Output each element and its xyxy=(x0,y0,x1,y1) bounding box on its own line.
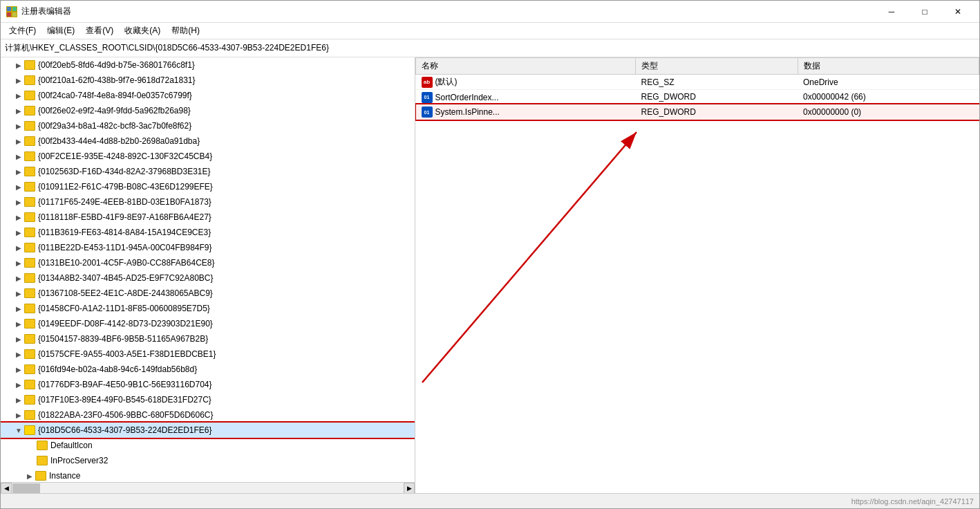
folder-icon xyxy=(24,75,35,85)
tree-child-item[interactable]: ▶ Instance xyxy=(1,468,415,482)
tree-item[interactable]: ▶ {011BE22D-E453-11D1-945A-00C04FB984F9} xyxy=(1,240,415,255)
tree-item[interactable]: ▶ {00f26e02-e9f2-4a9f-9fdd-5a962fb26a98} xyxy=(1,103,415,118)
tree-item[interactable]: ▶ {0149EEDF-D08F-4142-8D73-D23903D21E90} xyxy=(1,316,415,331)
expand-arrow: ▶ xyxy=(15,396,23,404)
expand-arrow: ▶ xyxy=(15,91,23,100)
folder-icon xyxy=(24,212,35,222)
tree-item[interactable]: ▶ {00F2CE1E-935E-4248-892C-130F32C45CB4} xyxy=(1,149,415,164)
reg-name-label: (默认) xyxy=(435,76,458,88)
tree-item-selected[interactable]: ▼ {018D5C66-4533-4307-9B53-224DE2ED1FE6} xyxy=(1,423,415,438)
scroll-right[interactable]: ▶ xyxy=(404,483,415,494)
svg-rect-0 xyxy=(7,7,11,11)
tree-item-label: Instance xyxy=(49,471,80,481)
folder-icon xyxy=(24,121,35,131)
registry-values-table: 名称 类型 数据 ab (默认) xyxy=(415,57,979,493)
reg-data-cell: OneDrive xyxy=(798,75,979,90)
tree-item[interactable]: ▶ {0131BE10-2001-4C5F-A9B0-CC88FAB64CE8} xyxy=(1,255,415,270)
reg-num-icon: 01 xyxy=(422,92,433,103)
table-row[interactable]: 01 SortOrderIndex... REG_DWORD 0x0000004… xyxy=(416,90,979,105)
registry-tree[interactable]: ▶ {00f20eb5-8fd6-4d9d-b75e-36801766c8f1}… xyxy=(1,57,415,482)
reg-type-cell: REG_DWORD xyxy=(636,90,798,105)
tree-item-label: {01458CF0-A1A2-11D1-8F85-00600895E7D5} xyxy=(38,304,210,313)
col-data: 数据 xyxy=(798,58,979,75)
address-text: 计算机\HKEY_CLASSES_ROOT\CLSID\{018D5C66-45… xyxy=(5,42,329,54)
expand-arrow: ▶ xyxy=(15,243,23,252)
svg-rect-1 xyxy=(12,7,17,11)
tree-item[interactable]: ▶ {011B3619-FE63-4814-8A84-15A194CE9CE3} xyxy=(1,225,415,240)
address-bar: 计算机\HKEY_CLASSES_ROOT\CLSID\{018D5C66-45… xyxy=(1,39,979,57)
tree-item-label: {00f26e02-e9f2-4a9f-9fdd-5a962fb26a98} xyxy=(38,106,191,115)
expand-arrow: ▶ xyxy=(15,304,23,313)
expand-arrow: ▶ xyxy=(15,274,23,282)
tree-item-label: {00f2b433-44e4-4d88-b2b0-2698a0a91dba} xyxy=(38,136,200,146)
reg-name-cell: 01 System.IsPinne... xyxy=(416,104,636,120)
reg-name-label: SortOrderIndex... xyxy=(435,93,499,102)
menu-view[interactable]: 查看(V) xyxy=(80,24,119,38)
folder-icon xyxy=(24,91,35,100)
tree-item[interactable]: ▶ {01575CFE-9A55-4003-A5E1-F38D1EBDCBE1} xyxy=(1,346,415,362)
tree-item[interactable]: ▶ {00f2b433-44e4-4d88-b2b0-2698a0a91dba} xyxy=(1,133,415,149)
scroll-track[interactable] xyxy=(12,483,404,494)
tree-item-label: {010911E2-F61C-479B-B08C-43E6D1299EFE} xyxy=(38,182,213,192)
folder-icon xyxy=(24,304,35,313)
col-name: 名称 xyxy=(416,58,636,75)
tree-item[interactable]: ▶ {016fd94e-b02a-4ab8-94c6-149fdab56b8d} xyxy=(1,362,415,377)
tree-item[interactable]: ▶ {0134A8B2-3407-4B45-AD25-E9F7C92A80BC} xyxy=(1,270,415,286)
expand-arrow: ▶ xyxy=(15,320,23,328)
left-h-scrollbar[interactable]: ◀ ▶ xyxy=(1,482,415,493)
folder-icon xyxy=(24,167,35,176)
tree-item[interactable]: ▶ {010911E2-F61C-479B-B08C-43E6D1299EFE} xyxy=(1,179,415,194)
tree-item[interactable]: ▶ {00f24ca0-748f-4e8a-894f-0e0357c6799f} xyxy=(1,88,415,103)
expand-arrow: ▶ xyxy=(15,107,23,115)
table-row[interactable]: ab (默认) REG_SZ OneDrive xyxy=(416,75,979,90)
tree-item[interactable]: ▶ {01504157-8839-4BF6-9B5B-51165A967B2B} xyxy=(1,331,415,346)
maximize-button[interactable]: □ xyxy=(909,1,941,23)
tree-item[interactable]: ▶ {017F10E3-89E4-49F0-B545-618DE31FD27C} xyxy=(1,392,415,407)
folder-icon xyxy=(24,197,35,207)
app-icon xyxy=(6,6,17,17)
expand-arrow: ▶ xyxy=(15,411,23,419)
tree-item[interactable]: ▶ {0118118F-E5BD-41F9-8E97-A168FB6A4E27} xyxy=(1,210,415,225)
tree-item[interactable]: ▶ {00f210a1-62f0-438b-9f7e-9618d72a1831} xyxy=(1,73,415,88)
menu-edit[interactable]: 编辑(E) xyxy=(41,24,80,38)
folder-icon xyxy=(24,273,35,283)
reg-name-cell: ab (默认) xyxy=(416,75,636,90)
tree-child-item[interactable]: DefaultIcon xyxy=(1,438,415,453)
tree-item[interactable]: ▶ {01776DF3-B9AF-4E50-9B1C-56E93116D704} xyxy=(1,377,415,392)
reg-data-cell: 0x00000000 (0) xyxy=(798,104,979,120)
expand-arrow: ▶ xyxy=(15,335,23,343)
table-row-highlighted[interactable]: 01 System.IsPinne... REG_DWORD 0x0000000… xyxy=(416,104,979,120)
tree-item-label: {016fd94e-b02a-4ab8-94c6-149fdab56b8d} xyxy=(38,364,197,374)
close-button[interactable]: ✕ xyxy=(942,1,974,23)
reg-num-icon: 01 xyxy=(422,107,433,118)
tree-item[interactable]: ▶ {0102563D-F16D-434d-82A2-37968BD3E31E} xyxy=(1,164,415,179)
expand-arrow: ▶ xyxy=(15,198,23,206)
tree-child-item[interactable]: InProcServer32 xyxy=(1,453,415,468)
window-controls: ─ □ ✕ xyxy=(876,1,974,23)
expand-arrow: ▶ xyxy=(15,380,23,389)
expand-arrow: ▶ xyxy=(15,350,23,358)
tree-item-label: {01776DF3-B9AF-4E50-9B1C-56E93116D704} xyxy=(38,380,212,389)
expand-arrow: ▶ xyxy=(26,472,34,480)
expand-arrow: ▶ xyxy=(15,167,23,176)
expand-arrow: ▶ xyxy=(15,259,23,267)
scroll-left[interactable]: ◀ xyxy=(1,483,12,494)
expand-arrow-selected: ▼ xyxy=(15,426,23,434)
menu-help[interactable]: 帮助(H) xyxy=(166,24,205,38)
tree-item[interactable]: ▶ {01171F65-249E-4EEB-81BD-03E1B0FA1873} xyxy=(1,194,415,210)
menu-favorites[interactable]: 收藏夹(A) xyxy=(119,24,166,38)
tree-item[interactable]: ▶ {00f20eb5-8fd6-4d9d-b75e-36801766c8f1} xyxy=(1,57,415,73)
tree-item[interactable]: ▶ {01367108-5EE2-4E1C-A8DE-24438065ABC9} xyxy=(1,286,415,301)
svg-rect-3 xyxy=(12,12,17,17)
tree-item[interactable]: ▶ {01458CF0-A1A2-11D1-8F85-00600895E7D5} xyxy=(1,301,415,316)
tree-item-label: {01822ABA-23F0-4506-9BBC-680F5D6D606C} xyxy=(38,410,214,420)
expand-arrow: ▶ xyxy=(15,76,23,84)
scroll-thumb[interactable] xyxy=(12,483,40,493)
tree-item[interactable]: ▶ {01822ABA-23F0-4506-9BBC-680F5D6D606C} xyxy=(1,407,415,423)
expand-arrow: ▶ xyxy=(15,152,23,160)
menu-file[interactable]: 文件(F) xyxy=(3,24,41,38)
expand-arrow: ▶ xyxy=(15,122,23,130)
minimize-button[interactable]: ─ xyxy=(876,1,907,23)
tree-item[interactable]: ▶ {00f29a34-b8a1-482c-bcf8-3ac7b0fe8f62} xyxy=(1,118,415,133)
folder-icon xyxy=(35,471,46,481)
